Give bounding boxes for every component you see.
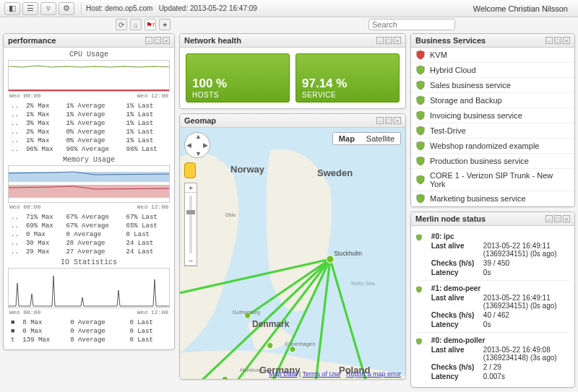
map-terms-link[interactable]: Terms of Use bbox=[302, 370, 340, 378]
minimize-icon[interactable]: – bbox=[145, 37, 152, 44]
service-row[interactable]: Storage and Backup bbox=[411, 93, 574, 108]
service-name: Invoicing business service bbox=[430, 111, 522, 120]
refresh-icon[interactable]: ⟳ bbox=[116, 19, 127, 30]
close-icon[interactable]: × bbox=[563, 215, 570, 222]
reports-icon[interactable]: ☰ bbox=[22, 2, 38, 15]
dashboard-icon[interactable]: ◧ bbox=[4, 2, 20, 15]
maptype-map[interactable]: Map bbox=[333, 133, 361, 144]
service-row[interactable]: Hybrid Cloud bbox=[411, 63, 574, 78]
home-icon[interactable]: ⌂ bbox=[130, 19, 142, 30]
service-tile[interactable]: 97.14 % SERVICE bbox=[296, 53, 400, 103]
service-row[interactable]: Marketing business service bbox=[411, 191, 574, 206]
search-input[interactable] bbox=[368, 19, 455, 30]
performance-panel: performance –□× CPU Usage Wed 00:00Wed 1… bbox=[3, 33, 175, 350]
close-icon[interactable]: × bbox=[563, 37, 570, 44]
top-toolbar: ◧ ☰ ▿ ⚙ Host: demo.op5.com Updated: 2013… bbox=[0, 0, 578, 17]
service-name: Production business service bbox=[430, 157, 529, 165]
service-name: Sales business service bbox=[430, 81, 511, 90]
streetview-pegman-icon[interactable] bbox=[184, 162, 196, 178]
sub-toolbar: ⟳ ⌂ ⚑7 ✦ bbox=[0, 17, 578, 32]
svg-text:Hamburg: Hamburg bbox=[240, 367, 262, 373]
minimize-icon[interactable]: – bbox=[545, 37, 553, 44]
svg-text:Baltic Sea: Baltic Sea bbox=[351, 280, 376, 287]
panel-title: Merlin node status bbox=[415, 214, 486, 223]
service-name: Hybrid Cloud bbox=[430, 66, 476, 74]
zoom-out-icon[interactable]: − bbox=[185, 256, 197, 266]
geomap-panel: Geomap –□× bbox=[179, 113, 406, 380]
maximize-icon[interactable]: □ bbox=[554, 37, 561, 44]
label-sweden: Sweden bbox=[317, 167, 353, 178]
geomap[interactable]: Stockholm Oslo Gothenburg Copenhagen Bal… bbox=[180, 128, 405, 379]
service-name: Test-Drive bbox=[430, 126, 466, 135]
svg-point-14 bbox=[290, 347, 296, 352]
svg-rect-2 bbox=[9, 185, 169, 198]
service-row[interactable]: Production business service bbox=[411, 154, 574, 169]
merlin-node: #0: ipcLast alive2013-05-22 16:49:11 (13… bbox=[415, 229, 570, 281]
io-stats: ■8 Max0 Average0 Last ■0 Max0 Average0 L… bbox=[8, 318, 170, 345]
network-health-panel: Network health –□× 100 % HOSTS 97.14 % S… bbox=[179, 33, 406, 109]
settings-icon[interactable]: ✦ bbox=[159, 19, 171, 30]
svg-rect-0 bbox=[9, 90, 169, 91]
merlin-panel: Merlin node status –□× #0: ipcLast alive… bbox=[410, 212, 575, 388]
gear-icon[interactable]: ⚙ bbox=[59, 2, 74, 15]
maximize-icon[interactable]: □ bbox=[385, 117, 392, 124]
minimize-icon[interactable]: – bbox=[376, 117, 384, 124]
panel-title: Business Services bbox=[415, 36, 486, 45]
mem-stats: ..71% Max67% Average67% Last ..69% Max67… bbox=[8, 212, 170, 257]
service-name: KVM bbox=[430, 51, 447, 59]
service-row[interactable]: Sales business service bbox=[411, 78, 574, 93]
panel-title: Geomap bbox=[184, 116, 216, 125]
cpu-chart bbox=[8, 60, 170, 92]
mem-chart bbox=[8, 165, 170, 203]
service-row[interactable]: Test-Drive bbox=[411, 123, 574, 139]
map-footer: Map Data | Terms of Use Report a map err… bbox=[269, 370, 401, 378]
alert-icon[interactable]: ⚑7 bbox=[144, 19, 156, 30]
mem-chart-title: Memory Usage bbox=[8, 156, 170, 164]
welcome-text: Welcome Christian Nilsson bbox=[473, 4, 568, 13]
panel-title: performance bbox=[8, 36, 56, 45]
io-chart-title: IO Statistics bbox=[8, 258, 170, 266]
io-chart bbox=[8, 268, 170, 308]
merlin-node: #0: demo-pollerLast alive2013-05-22 16:4… bbox=[415, 333, 570, 384]
close-icon[interactable]: × bbox=[163, 37, 170, 44]
svg-text:Gothenburg: Gothenburg bbox=[233, 309, 260, 315]
svg-text:Stockholm: Stockholm bbox=[334, 250, 362, 257]
close-icon[interactable]: × bbox=[394, 37, 401, 44]
svg-point-13 bbox=[267, 342, 273, 348]
map-zoom-control[interactable]: + − bbox=[184, 183, 197, 266]
cpu-stats: ..2% Max1% Average1% Last ..1% Max1% Ave… bbox=[8, 101, 170, 154]
svg-text:Copenhagen: Copenhagen bbox=[285, 341, 316, 347]
zoom-in-icon[interactable]: + bbox=[185, 183, 197, 193]
panel-title: Network health bbox=[184, 36, 241, 45]
minimize-icon[interactable]: – bbox=[545, 215, 553, 222]
service-name: Storage and Backup bbox=[430, 96, 502, 105]
maximize-icon[interactable]: □ bbox=[154, 37, 161, 44]
service-row[interactable]: KVM bbox=[411, 48, 574, 63]
cpu-chart-title: CPU Usage bbox=[8, 51, 170, 58]
service-name: Marketing business service bbox=[430, 194, 526, 203]
svg-text:Oslo: Oslo bbox=[225, 212, 236, 218]
minimize-icon[interactable]: – bbox=[376, 37, 384, 44]
service-name: CORE 1 - Verizon SIP Trunk - New York bbox=[430, 171, 570, 188]
hosts-tile[interactable]: 100 % HOSTS bbox=[186, 53, 290, 103]
map-report-link[interactable]: Report a map error bbox=[346, 370, 401, 378]
host-info: Host: demo.op5.com Updated: 2013-05-22 1… bbox=[86, 4, 257, 12]
svg-rect-1 bbox=[9, 172, 169, 182]
maximize-icon[interactable]: □ bbox=[385, 37, 392, 44]
close-icon[interactable]: × bbox=[394, 117, 401, 124]
maptype-satellite[interactable]: Satellite bbox=[361, 133, 400, 144]
service-row[interactable]: Invoicing business service bbox=[411, 108, 574, 123]
map-data-link[interactable]: Map Data bbox=[269, 370, 297, 378]
label-norway: Norway bbox=[230, 164, 264, 175]
merlin-node: #1: demo-peerLast alive2013-05-22 16:49:… bbox=[415, 281, 570, 333]
service-row[interactable]: CORE 1 - Verizon SIP Trunk - New York bbox=[411, 169, 574, 191]
label-denmark: Denmark bbox=[252, 319, 289, 329]
maximize-icon[interactable]: □ bbox=[554, 215, 561, 222]
svg-point-15 bbox=[222, 376, 228, 380]
map-pan-control[interactable]: ▲▼◀▶ bbox=[184, 132, 210, 158]
service-name: Webshop randomized example bbox=[430, 141, 539, 150]
svg-point-11 bbox=[327, 256, 334, 263]
service-row[interactable]: Webshop randomized example bbox=[411, 139, 574, 154]
filter-icon[interactable]: ▿ bbox=[40, 2, 56, 15]
business-services-panel: Business Services –□× KVMHybrid CloudSal… bbox=[410, 33, 575, 207]
